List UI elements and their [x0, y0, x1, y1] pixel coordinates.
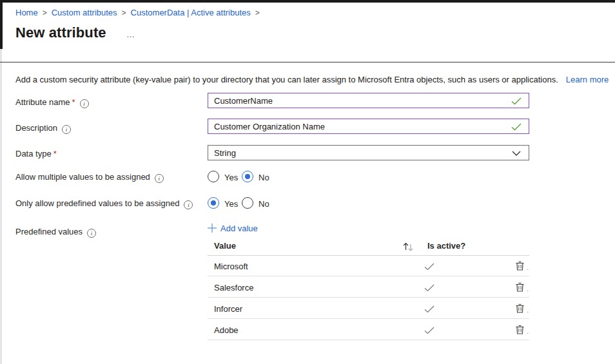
- info-icon[interactable]: i: [87, 229, 96, 238]
- page-title: New attribute: [15, 24, 106, 41]
- breadcrumb: Home>Custom attributes>CustomerData | Ac…: [15, 8, 264, 17]
- required-asterisk: *: [72, 97, 75, 107]
- label-text: Only allow predefined values to be assig…: [15, 198, 179, 208]
- data-type-dropdown[interactable]: String: [208, 145, 529, 160]
- plus-icon: [208, 224, 217, 233]
- breadcrumb-separator: >: [122, 8, 126, 17]
- predefined-only-label: Only allow predefined values to be assig…: [15, 198, 193, 209]
- breadcrumb-customerdata[interactable]: CustomerData | Active attributes: [131, 8, 251, 17]
- table-row[interactable]: Microsoft .: [208, 256, 529, 276]
- predefined-values-label: Predefined valuesi: [15, 227, 96, 238]
- valid-check-icon: [511, 97, 522, 105]
- required-asterisk: *: [54, 149, 57, 158]
- sort-icon[interactable]: [403, 242, 414, 251]
- breadcrumb-home[interactable]: Home: [15, 8, 38, 17]
- intro-text: Add a custom security attribute (key-val…: [15, 75, 609, 84]
- attribute-name-label: Attribute name*i: [15, 97, 89, 108]
- info-icon[interactable]: i: [80, 99, 89, 108]
- column-header-value[interactable]: Value: [214, 241, 236, 251]
- value-cell: Microsoft: [214, 262, 248, 271]
- window-left-edge-gray: [0, 49, 2, 364]
- breadcrumb-separator: >: [255, 8, 260, 17]
- delete-icon[interactable]: [516, 282, 524, 292]
- row-more-dot: .: [527, 285, 529, 292]
- more-menu-icon[interactable]: …: [126, 30, 135, 39]
- row-more-dot: .: [527, 306, 529, 314]
- active-check-icon: [424, 263, 434, 271]
- attribute-name-value: CustomerName: [214, 96, 273, 106]
- delete-icon[interactable]: [516, 325, 524, 334]
- value-cell: Adobe: [214, 325, 239, 335]
- predefined-only-yes-radio[interactable]: [208, 197, 219, 209]
- delete-icon[interactable]: [516, 303, 524, 313]
- add-value-button[interactable]: Add value: [208, 224, 258, 233]
- predefined-only-no-label[interactable]: No: [259, 199, 269, 209]
- chevron-down-icon: [512, 151, 521, 156]
- header-divider: [0, 62, 615, 62]
- delete-icon[interactable]: [516, 261, 524, 271]
- table-row[interactable]: Salesforce .: [208, 277, 529, 298]
- multi-values-label: Allow multiple values to be assignedi: [15, 172, 164, 183]
- valid-check-icon: [511, 123, 522, 131]
- multi-values-no-label[interactable]: No: [259, 173, 269, 182]
- value-cell: Salesforce: [214, 283, 253, 292]
- window-top-edge: [0, 0, 615, 3]
- predefined-only-yes-label[interactable]: Yes: [224, 199, 238, 209]
- label-text: Data type: [15, 149, 52, 158]
- label-text: Description: [15, 123, 57, 133]
- multi-values-yes-radio[interactable]: [208, 171, 219, 182]
- label-text: Allow multiple values to be assigned: [15, 172, 150, 182]
- breadcrumb-separator: >: [43, 8, 47, 17]
- info-icon[interactable]: i: [184, 200, 193, 209]
- column-header-is-active[interactable]: Is active?: [427, 241, 465, 251]
- predefined-only-no-radio[interactable]: [242, 197, 253, 209]
- multi-values-yes-label[interactable]: Yes: [224, 173, 238, 182]
- attribute-name-input[interactable]: CustomerName: [208, 93, 529, 108]
- active-check-icon: [424, 284, 434, 292]
- description-input[interactable]: Customer Organization Name: [208, 119, 529, 134]
- learn-more-link[interactable]: Learn more: [566, 75, 609, 84]
- description-label: Descriptioni: [15, 123, 71, 134]
- intro-description: Add a custom security attribute (key-val…: [15, 75, 558, 84]
- data-type-label: Data type*: [15, 149, 57, 158]
- label-text: Attribute name: [15, 97, 70, 107]
- info-icon[interactable]: i: [62, 125, 71, 134]
- add-value-label: Add value: [220, 224, 258, 233]
- description-value: Customer Organization Name: [214, 122, 325, 131]
- active-check-icon: [424, 327, 434, 334]
- row-more-dot: .: [527, 327, 529, 335]
- row-more-dot: .: [527, 263, 529, 271]
- table-row[interactable]: Inforcer .: [208, 298, 529, 319]
- active-check-icon: [424, 305, 434, 313]
- window-left-edge-dark: [0, 0, 3, 49]
- data-type-value: String: [214, 148, 236, 158]
- breadcrumb-custom-attributes[interactable]: Custom attributes: [52, 8, 117, 17]
- multi-values-no-radio[interactable]: [242, 171, 253, 182]
- value-cell: Inforcer: [214, 304, 242, 314]
- label-text: Predefined values: [15, 227, 83, 236]
- info-icon[interactable]: i: [155, 174, 164, 183]
- table-row[interactable]: Adobe .: [208, 320, 529, 340]
